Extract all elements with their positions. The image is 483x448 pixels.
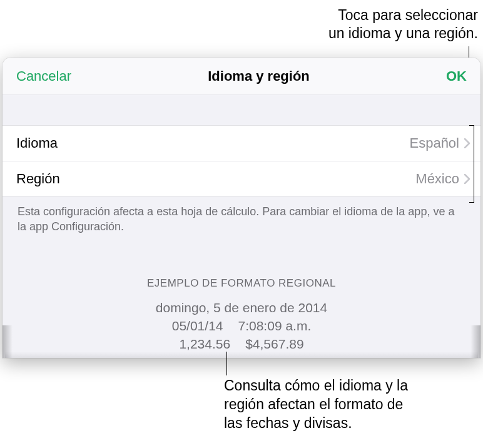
settings-footer-note: Esta configuración afecta a esta hoja de… xyxy=(3,196,480,242)
example-date-long: domingo, 5 de enero de 2014 xyxy=(3,298,480,317)
language-value: Español xyxy=(409,135,459,151)
example-number: 1,234.56 xyxy=(179,335,230,353)
callout-bottom: Consulta cómo el idioma y la región afec… xyxy=(224,377,408,433)
example-header: EJEMPLO DE FORMATO REGIONAL xyxy=(3,277,480,290)
shadow-left xyxy=(3,325,13,358)
modal-title: Idioma y región xyxy=(208,68,310,84)
example-date-short: 05/01/14 xyxy=(172,317,223,335)
callout-bottom-text-3: las fechas y divisas. xyxy=(224,414,408,433)
example-short-row: 05/01/14 7:08:09 a.m. xyxy=(3,317,480,335)
modal-fade-edge xyxy=(5,352,478,358)
modal-header: Cancelar Idioma y región OK xyxy=(3,58,480,95)
region-label: Región xyxy=(16,171,415,187)
settings-list: Idioma Español Región México xyxy=(3,125,480,196)
ok-button[interactable]: OK xyxy=(446,68,467,84)
region-value: México xyxy=(415,171,459,187)
callout-top-text-1: Toca para seleccionar xyxy=(328,6,478,24)
callout-right-bracket xyxy=(469,125,474,203)
callout-bottom-text-2: región afectan el formato de xyxy=(224,395,408,414)
language-region-modal: Cancelar Idioma y región OK Idioma Españ… xyxy=(3,58,480,358)
example-number-row: 1,234.56 $4,567.89 xyxy=(3,335,480,353)
shadow-right xyxy=(470,325,480,358)
callout-top: Toca para seleccionar un idioma y una re… xyxy=(328,6,478,43)
language-label: Idioma xyxy=(16,135,409,151)
callout-top-text-2: un idioma y una región. xyxy=(328,24,478,43)
region-row[interactable]: Región México xyxy=(3,161,480,196)
example-time: 7:08:09 a.m. xyxy=(238,317,312,335)
example-currency: $4,567.89 xyxy=(245,335,303,353)
cancel-button[interactable]: Cancelar xyxy=(16,68,71,84)
callout-bottom-leader xyxy=(226,352,227,375)
regional-format-example: EJEMPLO DE FORMATO REGIONAL domingo, 5 d… xyxy=(3,277,480,354)
language-row[interactable]: Idioma Español xyxy=(3,126,480,161)
callout-bottom-text-1: Consulta cómo el idioma y la xyxy=(224,377,408,395)
